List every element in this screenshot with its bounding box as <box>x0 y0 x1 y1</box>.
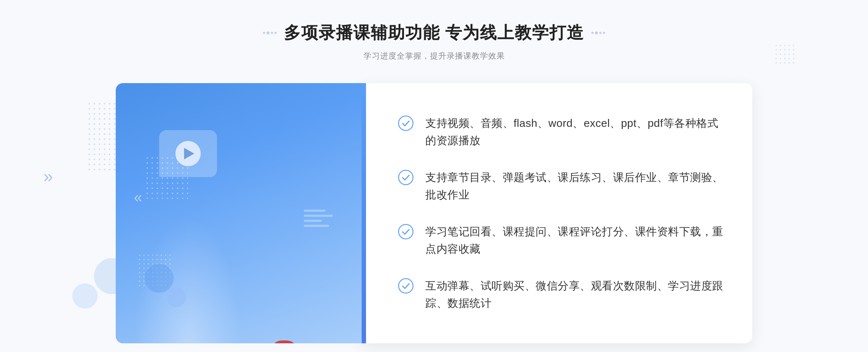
feature-text-2: 支持章节目录、弹题考试、课后练习、课后作业、章节测验、批改作业 <box>425 169 723 203</box>
svg-point-1 <box>399 170 413 185</box>
deco-chevron-left: » <box>43 166 50 186</box>
feature-text-3: 学习笔记回看、课程提问、课程评论打分、课件资料下载，重点内容收藏 <box>425 223 723 258</box>
feature-text-1: 支持视频、音频、flash、word、excel、ppt、pdf等各种格式的资源… <box>425 115 723 149</box>
content-panel: 支持视频、音频、flash、word、excel、ppt、pdf等各种格式的资源… <box>362 83 752 343</box>
svg-point-3 <box>399 279 413 293</box>
subtitle: 学习进度全掌握，提升录播课教学效果 <box>263 51 605 61</box>
chevron-left-icon: « <box>134 189 139 206</box>
play-button[interactable] <box>175 141 201 166</box>
feature-item-4: 互动弹幕、试听购买、微信分享、观看次数限制、学习进度跟踪、数据统计 <box>398 277 723 312</box>
figure-container <box>214 134 337 343</box>
feature-item-3: 学习笔记回看、课程提问、课程评论打分、课件资料下载，重点内容收藏 <box>398 223 723 258</box>
deco-dots-left <box>87 101 116 173</box>
title-dots-left <box>263 31 277 34</box>
feature-item-1: 支持视频、音频、flash、word、excel、ppt、pdf等各种格式的资源… <box>398 115 723 149</box>
header-section: 多项录播课辅助功能 专为线上教学打造 学习进度全掌握，提升录播课教学效果 <box>263 22 605 61</box>
check-circle-icon-4 <box>398 278 414 294</box>
main-title: 多项录播课辅助功能 专为线上教学打造 <box>284 22 584 44</box>
check-circle-icon-2 <box>398 169 414 185</box>
feature-text-4: 互动弹幕、试听购买、微信分享、观看次数限制、学习进度跟踪、数据统计 <box>425 277 723 312</box>
feature-item-2: 支持章节目录、弹题考试、课后练习、课后作业、章节测验、批改作业 <box>398 169 723 203</box>
check-circle-icon-1 <box>398 115 414 131</box>
page-container: » 多项录播课辅助功能 专为线上教学打造 学习进度全掌握，提升录播课教学效果 <box>0 0 868 352</box>
play-triangle-icon <box>184 148 194 159</box>
illustration-panel: « <box>116 83 362 343</box>
illus-circle-1 <box>145 264 174 293</box>
panel-border <box>362 83 366 343</box>
illus-circle-2 <box>166 287 186 307</box>
svg-point-0 <box>399 116 413 130</box>
deco-dots-right <box>774 43 796 65</box>
person-hair <box>270 340 298 343</box>
header-title-row: 多项录播课辅助功能 专为线上教学打造 <box>263 22 605 44</box>
title-dots-right <box>591 31 605 34</box>
deco-circle-2 <box>72 283 98 309</box>
video-bubble <box>159 130 217 177</box>
content-area: « <box>116 83 752 343</box>
svg-point-2 <box>399 224 413 239</box>
check-circle-icon-3 <box>398 224 414 240</box>
